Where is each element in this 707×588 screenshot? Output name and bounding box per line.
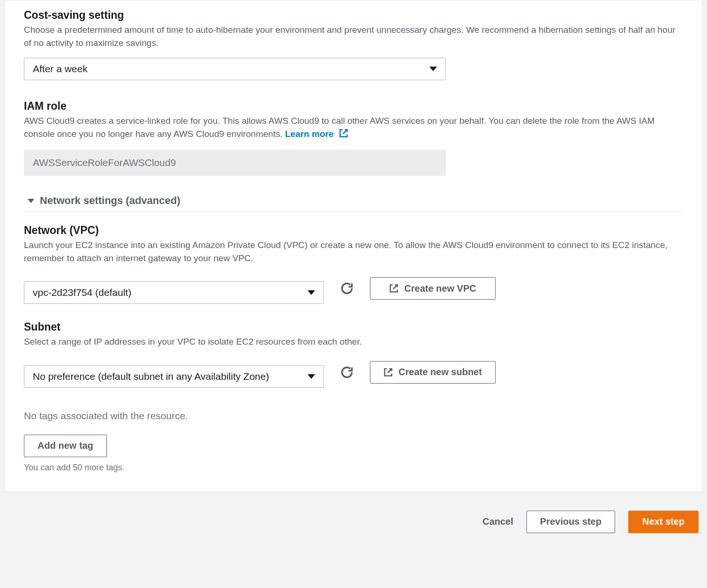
tags-hint: You can add 50 more tags. bbox=[24, 463, 683, 473]
network-vpc-select[interactable]: vpc-2d23f754 (default) bbox=[24, 281, 324, 304]
create-new-vpc-button[interactable]: Create new VPC bbox=[370, 277, 496, 300]
refresh-vpc-button[interactable] bbox=[339, 280, 355, 296]
refresh-subnet-button[interactable] bbox=[339, 364, 355, 380]
cost-saving-section: Cost-saving setting Choose a predetermin… bbox=[24, 9, 683, 80]
chevron-down-icon bbox=[429, 67, 437, 71]
network-settings-header: Network settings (advanced) bbox=[40, 195, 181, 207]
cost-saving-title: Cost-saving setting bbox=[24, 9, 683, 22]
iam-role-desc: AWS Cloud9 creates a service-linked role… bbox=[24, 114, 683, 141]
subnet-title: Subnet bbox=[24, 321, 683, 333]
learn-more-label: Learn more bbox=[285, 129, 333, 139]
network-vpc-desc: Launch your EC2 instance into an existin… bbox=[24, 239, 683, 264]
subnet-desc: Select a range of IP addresses in your V… bbox=[24, 335, 683, 348]
previous-step-button[interactable]: Previous step bbox=[526, 511, 615, 533]
subnet-select[interactable]: No preference (default subnet in any Ava… bbox=[24, 365, 324, 388]
create-new-subnet-button[interactable]: Create new subnet bbox=[370, 361, 496, 384]
refresh-icon bbox=[340, 282, 354, 295]
cost-saving-select[interactable]: After a week bbox=[24, 58, 446, 80]
cancel-button[interactable]: Cancel bbox=[482, 516, 513, 527]
no-tags-text: No tags associated with the resource. bbox=[24, 410, 683, 422]
cost-saving-select-value: After a week bbox=[33, 63, 88, 75]
network-vpc-title: Network (VPC) bbox=[24, 224, 683, 237]
iam-role-title: IAM role bbox=[24, 100, 683, 113]
iam-role-value: AWSServiceRoleForAWSCloud9 bbox=[24, 150, 446, 176]
create-new-subnet-label: Create new subnet bbox=[399, 367, 482, 377]
chevron-down-icon bbox=[308, 290, 315, 295]
refresh-icon bbox=[340, 366, 354, 379]
chevron-down-icon bbox=[28, 199, 34, 203]
subnet-select-value: No preference (default subnet in any Ava… bbox=[33, 371, 269, 382]
next-step-button[interactable]: Next step bbox=[628, 511, 699, 533]
network-settings-expander[interactable]: Network settings (advanced) bbox=[24, 195, 683, 212]
add-new-tag-button[interactable]: Add new tag bbox=[24, 435, 107, 457]
network-vpc-select-value: vpc-2d23f754 (default) bbox=[33, 287, 131, 298]
previous-step-label: Previous step bbox=[540, 516, 602, 527]
chevron-down-icon bbox=[308, 374, 315, 379]
external-link-icon bbox=[384, 368, 393, 377]
external-link-icon bbox=[389, 284, 399, 293]
wizard-footer: Cancel Previous step Next step bbox=[0, 492, 707, 533]
network-vpc-section: Network (VPC) Launch your EC2 instance i… bbox=[24, 224, 683, 304]
create-new-vpc-label: Create new VPC bbox=[404, 283, 476, 294]
external-link-icon bbox=[339, 128, 348, 142]
add-new-tag-label: Add new tag bbox=[38, 440, 93, 451]
cost-saving-desc: Choose a predetermined amount of time to… bbox=[24, 23, 683, 49]
iam-role-learn-more-link[interactable]: Learn more bbox=[285, 129, 348, 139]
subnet-section: Subnet Select a range of IP addresses in… bbox=[24, 321, 683, 388]
iam-role-section: IAM role AWS Cloud9 creates a service-li… bbox=[24, 100, 683, 176]
